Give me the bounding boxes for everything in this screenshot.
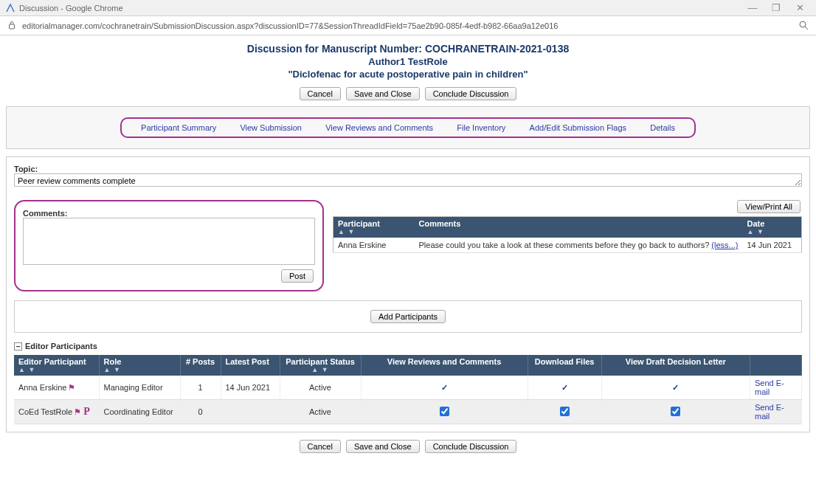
linkbar-panel: Participant Summary View Submission View… — [6, 106, 810, 149]
maximize-button[interactable]: ❐ — [766, 1, 786, 15]
add-participants-button[interactable]: Add Participants — [370, 310, 446, 323]
table-row: CoEd TestRole⚑P Coordinating Editor 0 Ac… — [14, 400, 802, 424]
th-participant[interactable]: Participant▲ ▼ — [333, 217, 415, 238]
th-comments: Comments — [415, 217, 743, 238]
participants-table: Editor Participant▲ ▼ Role▲ ▼ # Posts La… — [14, 355, 802, 424]
link-participant-summary[interactable]: Participant Summary — [141, 123, 216, 132]
checkmark-icon: ✓ — [672, 383, 679, 392]
cell-role: Managing Editor — [99, 376, 180, 400]
editor-participants-label: Editor Participants — [25, 342, 97, 351]
link-add-edit-flags[interactable]: Add/Edit Submission Flags — [530, 123, 626, 132]
cancel-button[interactable]: Cancel — [300, 440, 341, 453]
post-button[interactable]: Post — [281, 269, 314, 283]
cell-action: Send E-mail — [750, 376, 802, 400]
link-details[interactable]: Details — [650, 123, 675, 132]
flag-icon: ⚑ — [74, 407, 81, 416]
addressbar: editorialmanager.com/cochranetrain/Submi… — [0, 16, 816, 35]
page-header: Discussion for Manuscript Number: COCHRA… — [6, 43, 810, 80]
titlebar: Discussion - Google Chrome — ❐ ✕ — [0, 0, 816, 16]
comments-textarea[interactable] — [23, 218, 315, 265]
less-link[interactable]: (less...) — [711, 241, 738, 249]
save-close-button[interactable]: Save and Close — [346, 440, 420, 453]
send-email-link[interactable]: Send E-mail — [755, 379, 784, 396]
zoom-icon[interactable] — [798, 20, 809, 32]
th-posts: # Posts — [180, 355, 221, 376]
header-line1: Discussion for Manuscript Number: COCHRA… — [6, 43, 810, 55]
comments-box: Comments: Post — [14, 200, 324, 291]
top-button-row: Cancel Save and Close Conclude Discussio… — [6, 87, 810, 100]
send-email-link[interactable]: Send E-mail — [755, 403, 784, 421]
draft-checkbox[interactable] — [671, 407, 680, 416]
cell-date: 14 Jun 2021 — [743, 238, 802, 253]
topic-panel: Topic: Comments: Post View/Print All Par… — [6, 156, 810, 432]
checkmark-icon: ✓ — [441, 383, 448, 392]
th-latest: Latest Post — [221, 355, 280, 376]
th-date[interactable]: Date▲ ▼ — [743, 217, 802, 238]
topic-label: Topic: — [14, 165, 38, 173]
cell-status: Active — [280, 376, 361, 400]
header-line3: "Diclofenac for acute postoperative pain… — [6, 69, 810, 80]
window-title: Discussion - Google Chrome — [19, 4, 123, 13]
checkmark-icon: ✓ — [561, 383, 568, 392]
th-view-reviews: View Reviews and Comments — [361, 355, 528, 376]
save-close-button[interactable]: Save and Close — [346, 87, 420, 100]
cell-name: CoEd TestRole⚑P — [14, 400, 99, 424]
svg-point-1 — [800, 21, 806, 27]
cell-latest: 14 Jun 2021 — [221, 376, 280, 400]
cell-posts: 0 — [180, 400, 221, 424]
th-role[interactable]: Role▲ ▼ — [99, 355, 180, 376]
p-icon: P — [83, 406, 90, 417]
cell-action: Send E-mail — [750, 400, 802, 424]
svg-rect-0 — [10, 24, 15, 29]
cell-draft: ✓ — [601, 376, 750, 400]
cell-draft — [601, 400, 750, 424]
cell-reviews — [361, 400, 528, 424]
th-download: Download Files — [528, 355, 601, 376]
bottom-button-row: Cancel Save and Close Conclude Discussio… — [6, 440, 810, 453]
header-line2: Author1 TestRole — [6, 56, 810, 67]
th-status[interactable]: Participant Status▲ ▼ — [280, 355, 361, 376]
topic-input[interactable] — [14, 173, 802, 187]
flag-icon: ⚑ — [68, 383, 75, 392]
table-row: Anna Erskine⚑ Managing Editor 1 14 Jun 2… — [14, 376, 802, 400]
collapse-icon[interactable]: – — [14, 342, 22, 351]
th-editor-participant[interactable]: Editor Participant▲ ▼ — [14, 355, 99, 376]
add-participants-panel: Add Participants — [14, 300, 802, 333]
cell-comment: Please could you take a look at these co… — [415, 238, 743, 253]
minimize-button[interactable]: — — [742, 1, 763, 15]
url-text: editorialmanager.com/cochranetrain/Submi… — [22, 21, 558, 30]
lock-icon — [7, 21, 16, 31]
cell-status: Active — [280, 400, 361, 424]
cell-role: Coordinating Editor — [99, 400, 180, 424]
link-view-submission[interactable]: View Submission — [240, 123, 302, 132]
comments-label: Comments: — [23, 209, 68, 218]
cell-latest — [221, 400, 280, 424]
cell-download: ✓ — [528, 376, 601, 400]
th-actions — [750, 355, 802, 376]
cancel-button[interactable]: Cancel — [300, 87, 341, 100]
close-button[interactable]: ✕ — [789, 1, 810, 15]
favicon-icon — [6, 4, 15, 13]
link-file-inventory[interactable]: File Inventory — [457, 123, 505, 132]
comments-table: Participant▲ ▼ Comments Date▲ ▼ Anna Ers… — [333, 216, 802, 253]
reviews-checkbox[interactable] — [440, 407, 449, 416]
download-checkbox[interactable] — [560, 407, 570, 416]
link-view-reviews[interactable]: View Reviews and Comments — [325, 123, 433, 132]
view-print-all-button[interactable]: View/Print All — [737, 200, 801, 213]
editor-participants-header: – Editor Participants — [14, 342, 802, 351]
svg-line-2 — [805, 27, 808, 30]
comment-row: Anna Erskine Please could you take a loo… — [333, 238, 802, 253]
cell-participant: Anna Erskine — [333, 238, 415, 253]
th-view-draft: View Draft Decision Letter — [601, 355, 750, 376]
conclude-button[interactable]: Conclude Discussion — [425, 87, 517, 100]
linkbar: Participant Summary View Submission View… — [120, 117, 696, 138]
cell-posts: 1 — [180, 376, 221, 400]
conclude-button[interactable]: Conclude Discussion — [425, 440, 517, 453]
cell-name: Anna Erskine⚑ — [14, 376, 99, 400]
cell-reviews: ✓ — [361, 376, 528, 400]
cell-download — [528, 400, 601, 424]
